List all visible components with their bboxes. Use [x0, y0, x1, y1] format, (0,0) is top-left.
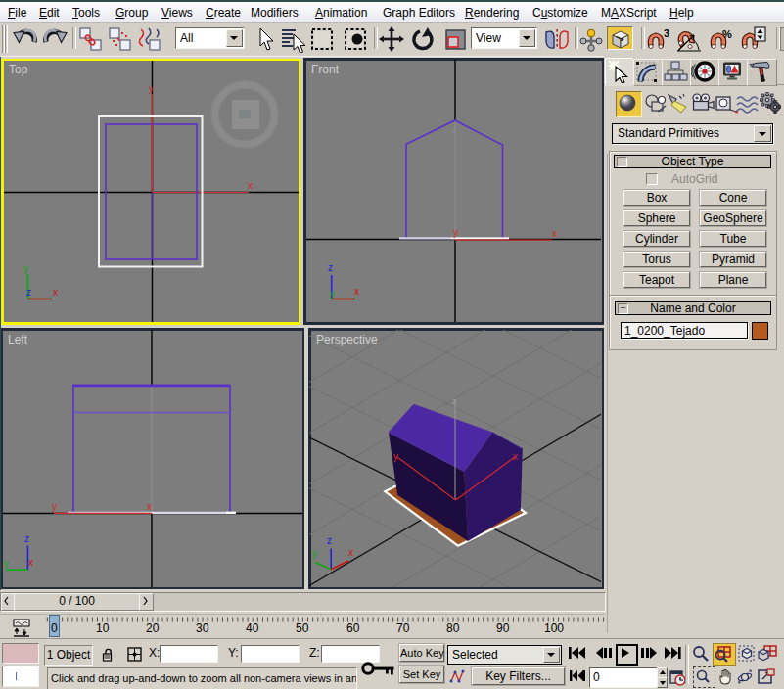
svg-text:z: z [26, 287, 31, 298]
svg-text:z: z [327, 535, 332, 546]
svg-text:y: y [453, 227, 458, 238]
svg-text:x: x [348, 547, 353, 558]
svg-text:y: y [52, 501, 57, 512]
svg-text:z: z [24, 533, 29, 544]
svg-text:y: y [149, 83, 154, 94]
svg-text:x: x [248, 180, 253, 191]
svg-text:y: y [393, 451, 398, 462]
svg-text:x: x [552, 228, 557, 239]
svg-text:z: z [149, 178, 154, 188]
svg-text:x: x [53, 287, 58, 298]
svg-text:y: y [4, 558, 9, 569]
svg-text:y: y [312, 548, 317, 559]
svg-text:x: x [354, 286, 359, 297]
svg-text:x: x [28, 557, 33, 568]
svg-text:%: % [722, 28, 732, 40]
svg-text:y: y [330, 288, 335, 299]
svg-text:z: z [328, 262, 333, 273]
svg-text:x: x [513, 451, 518, 462]
svg-text:z: z [451, 125, 456, 135]
svg-text:y: y [23, 263, 28, 274]
svg-text:x: x [147, 501, 152, 512]
svg-text:z: z [452, 396, 457, 406]
svg-text:3: 3 [664, 27, 669, 39]
